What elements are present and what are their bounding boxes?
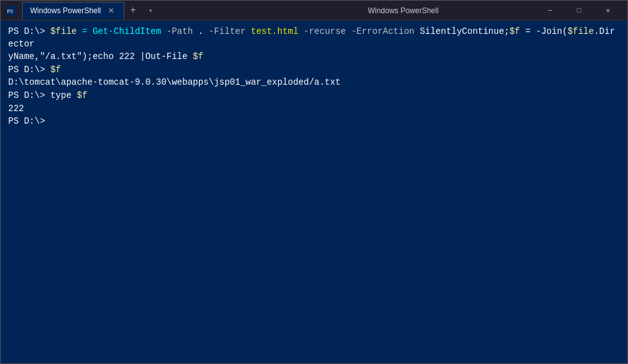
tab-label: Windows PowerShell <box>30 6 101 15</box>
terminal-line: PS D:\> type $f <box>8 90 620 102</box>
tab-close-button[interactable]: ✕ <box>106 6 116 16</box>
terminal-line: D:\tomcat\apache-tomcat-9.0.30\webapps\j… <box>8 77 620 89</box>
close-button[interactable]: ✕ <box>593 1 622 21</box>
terminal-line: yName,"/a.txt");echo 222 |Out-File $f <box>8 51 620 63</box>
minimize-button[interactable]: ─ <box>536 1 565 21</box>
terminal-line: 222 <box>8 103 620 115</box>
maximize-button[interactable]: □ <box>565 1 593 21</box>
terminal-line: PS D:\> $f <box>8 64 620 77</box>
terminal-output: PS D:\> $file = Get-ChildItem -Path . -F… <box>8 26 620 128</box>
powershell-icon: PS <box>6 5 17 16</box>
active-tab[interactable]: Windows PowerShell ✕ <box>22 2 124 19</box>
powershell-window: PS Windows PowerShell ✕ + ▾ Windows Powe… <box>0 0 628 364</box>
svg-text:PS: PS <box>7 8 13 14</box>
tab-dropdown-button[interactable]: ▾ <box>142 2 160 19</box>
window-title: Windows PowerShell <box>271 6 536 15</box>
terminal-body[interactable]: PS D:\> $file = Get-ChildItem -Path . -F… <box>1 21 627 363</box>
titlebar: PS Windows PowerShell ✕ + ▾ Windows Powe… <box>1 1 627 21</box>
terminal-line: PS D:\> $file = Get-ChildItem -Path . -F… <box>8 26 620 50</box>
new-tab-button[interactable]: + <box>124 2 142 19</box>
titlebar-left: PS Windows PowerShell ✕ + ▾ <box>6 2 271 19</box>
terminal-line: PS D:\> <box>8 115 620 128</box>
window-controls: ─ □ ✕ <box>536 1 622 21</box>
